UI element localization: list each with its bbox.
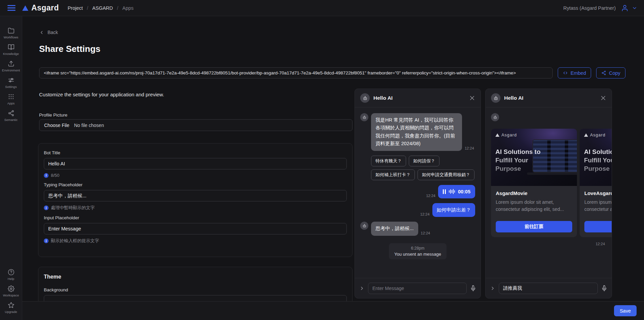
user-audio-message-row: 12:24 00:05 [360,185,475,198]
bot-avatar-icon [360,93,370,103]
background-input[interactable] [44,295,347,301]
quick-reply-chip[interactable]: 如何請假？ [409,156,439,166]
sidebar-item-label: Semantic [4,118,18,122]
help-icon [8,269,14,276]
account-area[interactable]: Rytass (Asgard Partner) [563,4,637,12]
profile-picture-file-input[interactable]: Choose File No file chosen [39,119,352,131]
input-placeholder-input[interactable] [44,223,347,234]
bot-title-counter-row: 8/50 [44,173,347,178]
info-icon [44,173,49,178]
bot-avatar-icon [491,93,500,103]
sliders-icon [8,77,14,84]
save-button[interactable]: Save [614,305,637,316]
bot-message-row: 我是HR 常見問答 AI，我可以回答你各項關於人資相關的問題，你可以問我任何問題… [360,113,475,151]
message-timestamp: 12:24 [420,212,430,217]
card-description: Lorem ipsum dolor sit amet, consectetur … [496,199,572,213]
footer-bar: Save [22,301,644,320]
quick-replies-row-2: 如何補上班打卡？ 如何申請交通費用核銷？ [371,169,475,180]
typing-placeholder-helper: 處理中暫時顯示的文字 [51,205,95,211]
sidebar-item-upgrade[interactable]: Upgrade [0,299,22,316]
bot-intro-bubble: 我是HR 常見問答 AI，我可以回答你各項關於人資相關的問題，你可以問我任何問題… [371,113,462,151]
quick-reply-chip[interactable]: 如何補上班打卡？ [371,169,415,180]
breadcrumb-asgard[interactable]: ASGARD [92,5,113,11]
chevron-left-icon [39,30,44,35]
microphone-icon[interactable] [601,285,607,291]
card-headline: AI Solutions to Fulfill Your Purpose [495,148,549,173]
theme-box: Theme Background [38,267,352,301]
sidebar-item-label: Workflows [4,35,19,39]
brand-logo[interactable]: Asgard [22,3,59,12]
sidebar-item-workflows[interactable]: Workflows [0,25,22,41]
card-description: Lorem ipsum dolor sit amet, consectetur … [584,199,612,213]
chat-preview-panel-2: Hello AI Asgard [485,89,612,298]
breadcrumb-separator: / [117,5,118,11]
typing-placeholder-label: Typing Placeholder [44,182,347,187]
card-carousel: Asgard AI Solutions to Fulfill Your Purp… [491,129,612,237]
bot-title-input[interactable] [44,158,347,169]
embed-button-label: Embed [571,70,586,76]
chat1-message-input[interactable] [368,283,467,294]
app-root: Asgard Project / ASGARD / Apps Rytass (A… [0,0,644,320]
typing-placeholder-input[interactable] [44,190,347,201]
bot-typing-bubble: 思考中，請稍候... [371,222,418,235]
sidebar-item-help[interactable]: Help [0,266,22,283]
pause-icon[interactable] [443,189,446,194]
sidebar-item-knowledge[interactable]: Knowledge [0,41,22,58]
chat2-messages: Asgard AI Solutions to Fulfill Your Purp… [486,107,612,278]
card-brand-name: Asgard [590,133,606,137]
choose-file-button[interactable]: Choose File [44,123,69,128]
logo-triangle-icon [22,5,28,11]
user-icon[interactable] [621,4,628,12]
chevron-down-icon[interactable] [632,5,637,11]
chevron-right-icon[interactable] [490,286,495,291]
sidebar-item-label: Knowledge [3,52,19,56]
card-title: LoveAsgard [584,190,612,196]
user-message-bubble: 如何申請出差？ [432,203,476,217]
embed-code-input[interactable] [39,67,553,78]
card-brand-name: Asgard [501,133,517,137]
sidebar-item-label: Workspace [3,293,19,297]
sidebar-item-semantic[interactable]: Semantic [0,107,22,124]
quick-reply-chip[interactable]: 如何申請交通費用核銷？ [418,169,474,180]
copy-button-label: Copy [609,70,620,76]
sidebar-item-environment[interactable]: Environment [0,58,22,74]
chat2-message-input[interactable] [499,283,598,294]
sidebar-item-apps[interactable]: Apps [0,91,22,107]
back-label: Back [48,30,58,35]
close-icon[interactable] [469,95,475,101]
logo-triangle-icon [495,133,499,137]
chat1-title: Hello AI [373,95,393,101]
copy-button[interactable]: Copy [596,67,625,78]
card-asgardmovie[interactable]: Asgard AI Solutions to Fulfill Your Purp… [491,129,577,237]
embed-button[interactable]: Embed [558,67,591,78]
grid-dots-icon [8,93,14,100]
bot-typing-row: 思考中，請稍候... 12:24 [360,222,475,235]
chat2-title: Hello AI [504,95,523,101]
breadcrumb-project[interactable]: Project [68,5,83,11]
chat1-messages: 我是HR 常見問答 AI，我可以回答你各項關於人資相關的問題，你可以問我任何問題… [355,107,481,278]
audio-message-player[interactable]: 00:05 [438,185,475,198]
chevron-right-icon[interactable] [359,286,365,291]
card-action-button[interactable]: 前往訂票 [496,221,572,232]
card-loveasgard[interactable]: Asgard AI Solutions to Fulfill Your Purp… [580,129,612,237]
menu-icon[interactable] [7,5,16,11]
microphone-icon[interactable] [470,285,476,291]
quick-reply-chip[interactable]: 特休有幾天？ [371,156,406,166]
input-placeholder-label: Input Placeholder [44,215,347,220]
page-title: Share Settings [39,44,100,54]
chat1-input-bar [355,278,481,298]
close-icon[interactable] [600,95,606,101]
profile-picture-label: Profile Picture [39,113,67,118]
waveform-icon [449,189,455,194]
embed-row: Embed Copy [39,67,628,78]
chat1-header: Hello AI [355,89,481,107]
sidebar-item-label: Help [8,277,14,281]
sidebar-item-settings[interactable]: Settings [0,74,22,91]
back-button[interactable]: Back [39,30,58,35]
chat-preview-panel-1: Hello AI 我是HR 常見問答 AI，我可以回答你各項關於人資相關的問題，… [355,89,481,298]
card-headline: AI Solutions to Fulfill Your Purpose [584,148,612,173]
card-action-button[interactable]: 前往訂票 [584,221,612,232]
sidebar-item-workspace[interactable]: Workspace [0,283,22,299]
gear-icon [8,285,14,292]
unsent-text: You unsent an message [394,252,441,257]
